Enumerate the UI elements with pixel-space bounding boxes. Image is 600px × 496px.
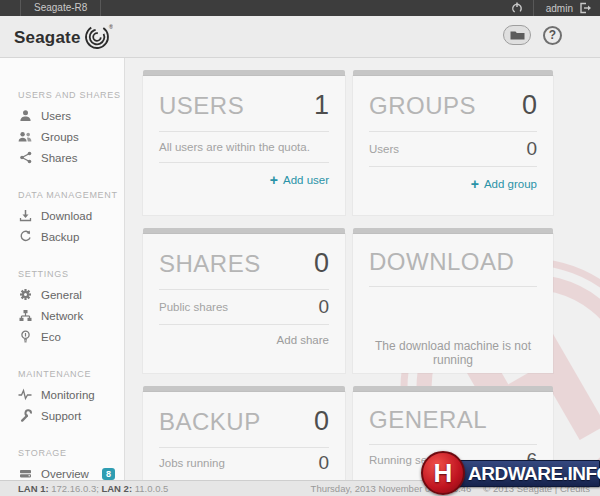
row-value: 0 — [318, 296, 329, 318]
sidebar-item-label: Users — [41, 110, 71, 122]
sidebar-item-label: Groups — [41, 131, 79, 143]
network-icon — [18, 309, 32, 323]
wrench-icon — [18, 409, 32, 423]
sidebar-item-download[interactable]: Download — [0, 205, 124, 226]
app-header: Seagate ® ? — [0, 16, 600, 58]
plus-icon: + — [270, 172, 278, 188]
users-quota-note: All users are within the quota. — [159, 132, 329, 162]
card-title: BACKUP — [159, 408, 261, 436]
section-title: DATA MANAGEMENT — [0, 180, 124, 205]
svg-text:®: ® — [109, 24, 113, 30]
plus-icon: + — [471, 176, 479, 192]
device-name: Seagate-R8 — [34, 2, 87, 13]
sidebar-item-network[interactable]: Network — [0, 305, 124, 326]
logout-icon — [579, 2, 592, 14]
sidebar-item-monitoring[interactable]: Monitoring — [0, 384, 124, 405]
lan2-value: 11.0.0.5 — [135, 483, 169, 494]
jobs-running-row: Jobs running 0 — [159, 448, 329, 478]
power-button[interactable] — [501, 0, 533, 16]
running-services-row: Running services 6 — [369, 445, 537, 475]
sidebar-item-groups[interactable]: Groups — [0, 126, 124, 147]
sidebar-item-label: Network — [41, 310, 83, 322]
sidebar-section-storage: STORAGE Overview 8 — [0, 438, 124, 484]
logout-button[interactable] — [579, 0, 600, 16]
sidebar-section-settings: SETTINGS General Network Eco — [0, 259, 124, 347]
row-label: Users — [369, 143, 399, 155]
sidebar-item-label: Download — [41, 210, 92, 222]
copyright-credits[interactable]: © 2013 Seagate | Credits — [483, 483, 590, 494]
gear-icon — [18, 288, 32, 302]
card-title: USERS — [159, 92, 244, 120]
section-title: USERS AND SHARES — [0, 80, 124, 105]
row-value: 6 — [526, 449, 537, 471]
row-label: Running services — [369, 454, 457, 466]
groups-icon — [18, 130, 32, 144]
sidebar-section-users-and-shares: USERS AND SHARES Users Groups Shares — [0, 80, 124, 168]
backup-icon — [18, 230, 32, 244]
row-label: Public shares — [159, 301, 228, 313]
time-text: 13:46 — [448, 483, 472, 494]
lan1-value: 172.16.0.3; — [51, 483, 99, 494]
card-title: GROUPS — [369, 92, 476, 120]
status-bar: LAN 1: 172.16.0.3; LAN 2: 11.0.0.5 Thurs… — [0, 480, 600, 496]
card-title: SHARES — [159, 250, 261, 278]
groups-users-row: Users 0 — [369, 132, 537, 166]
user-icon — [18, 109, 32, 123]
sidebar-item-label: Monitoring — [41, 389, 95, 401]
lan1-label: LAN 1: — [18, 483, 49, 494]
lan-addresses: LAN 1: 172.16.0.3; LAN 2: 11.0.0.5 — [18, 483, 168, 494]
power-icon — [511, 2, 523, 14]
add-group-label: Add group — [484, 178, 537, 190]
brand-name: Seagate — [14, 28, 81, 48]
monitoring-icon — [18, 388, 32, 402]
add-user-label: Add user — [283, 174, 329, 186]
section-title: STORAGE — [0, 438, 124, 463]
section-title: MAINTENANCE — [0, 359, 124, 384]
seagate-logo: Seagate ® — [14, 24, 113, 52]
date-text: Thursday, 2013 November 07 — [311, 483, 436, 494]
row-label: Jobs running — [159, 457, 225, 469]
sidebar-item-label: General — [41, 289, 82, 301]
drive-icon — [18, 467, 32, 481]
divider — [369, 286, 537, 287]
file-browser-button[interactable] — [503, 25, 531, 45]
sidebar-section-data-management: DATA MANAGEMENT Download Backup — [0, 180, 124, 247]
card-download: DOWNLOAD The download machine is not run… — [353, 228, 553, 373]
sidebar-item-shares[interactable]: Shares — [0, 147, 124, 168]
card-value: 1 — [314, 90, 329, 121]
sidebar-item-general[interactable]: General — [0, 284, 124, 305]
help-button[interactable]: ? — [543, 26, 562, 45]
share-icon — [18, 151, 32, 165]
sidebar-item-label: Eco — [41, 331, 61, 343]
section-title: SETTINGS — [0, 259, 124, 284]
sidebar-item-backup[interactable]: Backup — [0, 226, 124, 247]
sidebar-section-maintenance: MAINTENANCE Monitoring Support — [0, 359, 124, 426]
lan2-label: LAN 2: — [101, 483, 132, 494]
sidebar-item-label: Shares — [41, 152, 77, 164]
sidebar-item-users[interactable]: Users — [0, 105, 124, 126]
card-value: 0 — [314, 248, 329, 279]
device-tab[interactable]: Seagate-R8 — [20, 0, 101, 16]
sidebar-item-label: Overview — [41, 468, 89, 480]
add-group-button[interactable]: + Add group — [369, 167, 537, 201]
eco-icon — [18, 330, 32, 344]
main-content: USERS 1 All users are within the quota. … — [125, 58, 600, 480]
sidebar-item-eco[interactable]: Eco — [0, 326, 124, 347]
card-title: GENERAL — [369, 406, 487, 434]
sidebar: USERS AND SHARES Users Groups Shares DAT… — [0, 58, 125, 480]
card-backup: BACKUP 0 Jobs running 0 NetBackup server… — [143, 386, 345, 480]
card-value: 0 — [522, 90, 537, 121]
overview-badge: 8 — [102, 468, 115, 480]
question-mark: ? — [549, 28, 556, 42]
add-share-button[interactable]: Add share — [159, 325, 329, 355]
row-value: 0 — [526, 138, 537, 160]
public-shares-row: Public shares 0 — [159, 290, 329, 324]
sidebar-item-support[interactable]: Support — [0, 405, 124, 426]
folder-icon — [510, 30, 525, 40]
username: admin — [546, 3, 573, 14]
row-value: 0 — [318, 452, 329, 474]
card-shares: SHARES 0 Public shares 0 Add share — [143, 228, 345, 373]
card-general: GENERAL Running services 6 Workgroup Wor… — [353, 386, 553, 480]
add-user-button[interactable]: + Add user — [159, 163, 329, 197]
sidebar-item-label: Backup — [41, 231, 79, 243]
